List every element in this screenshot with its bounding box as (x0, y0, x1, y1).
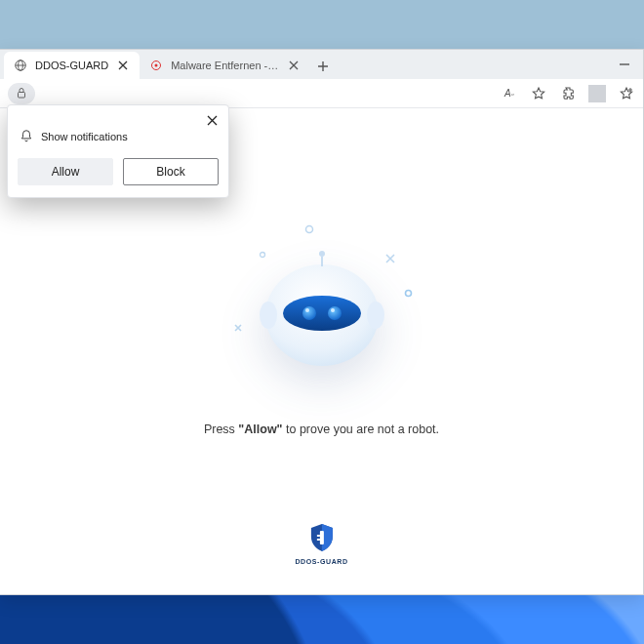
globe-icon (14, 59, 27, 72)
close-icon[interactable] (287, 59, 301, 72)
svg-point-17 (331, 308, 335, 312)
svg-rect-19 (316, 535, 319, 537)
tab-label: DDOS-GUARD (35, 60, 108, 71)
svg-point-13 (283, 296, 361, 331)
extensions-icon[interactable] (559, 85, 577, 102)
svg-point-15 (328, 306, 342, 320)
notification-permission-popup: Show notifications Allow Block (7, 104, 229, 198)
caption-pre: Press (204, 423, 238, 436)
svg-point-14 (302, 306, 316, 320)
footer-brand-text: DDOS-GUARD (295, 558, 347, 565)
caption-post: to prove you are not a robot. (283, 423, 440, 436)
lock-icon (16, 87, 27, 100)
allow-button[interactable]: Allow (18, 158, 113, 185)
titlebar: DDOS-GUARD Malware Entfernen - Kostenlos… (0, 50, 643, 79)
svg-point-12 (319, 251, 325, 257)
svg-rect-20 (316, 539, 319, 541)
tab-ddos-guard[interactable]: DDOS-GUARD (4, 52, 140, 79)
tab-label: Malware Entfernen - Kostenlose A (171, 60, 279, 71)
window-minimize-button[interactable] (612, 54, 637, 75)
svg-point-10 (367, 302, 384, 329)
toolbar-separator (588, 85, 606, 102)
shield-icon (308, 523, 334, 552)
caption-bold: "Allow" (238, 423, 282, 436)
url-input[interactable] (43, 83, 493, 104)
sparkle-icon (234, 318, 242, 336)
sparkle-icon (404, 284, 413, 302)
desktop: DDOS-GUARD Malware Entfernen - Kostenlos… (0, 0, 644, 644)
target-icon (149, 59, 163, 72)
sparkle-icon (304, 221, 314, 238)
svg-point-16 (305, 308, 309, 312)
favorite-icon[interactable] (530, 85, 547, 102)
svg-rect-18 (319, 531, 323, 544)
bell-icon (20, 129, 33, 144)
close-icon[interactable] (116, 59, 130, 72)
footer-brand: DDOS-GUARD (295, 523, 347, 565)
svg-rect-4 (19, 93, 25, 99)
tab-malware-entfernen[interactable]: Malware Entfernen - Kostenlose A (140, 52, 310, 79)
close-icon[interactable] (203, 111, 221, 129)
robot-illustration (249, 245, 395, 385)
block-button[interactable]: Block (123, 158, 219, 185)
site-info-button[interactable] (8, 83, 35, 104)
new-tab-button[interactable] (310, 54, 336, 79)
collections-icon[interactable] (618, 85, 635, 102)
read-aloud-icon[interactable]: A» (501, 85, 518, 102)
notification-title: Show notifications (41, 131, 128, 142)
svg-point-3 (155, 64, 158, 67)
svg-point-5 (306, 226, 313, 233)
captcha-instruction: Press "Allow" to prove you are not a rob… (204, 423, 439, 436)
svg-point-9 (260, 302, 277, 329)
svg-point-7 (406, 291, 412, 297)
